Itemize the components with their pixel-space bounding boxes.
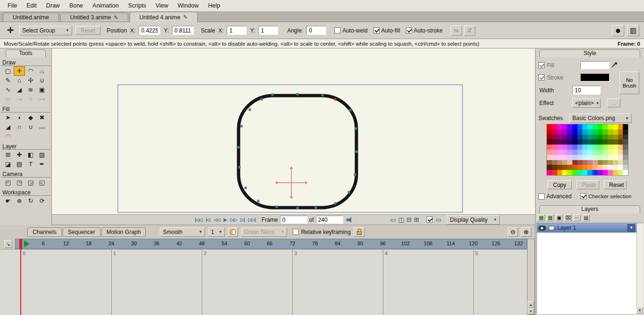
color-swatch[interactable] [557,155,562,160]
lock-keyframes-button[interactable] [354,227,365,237]
tool-add-point[interactable]: ✎ [2,76,14,85]
color-swatch[interactable] [582,139,587,145]
stroke-color-swatch[interactable] [580,73,610,81]
color-swatch[interactable] [562,170,567,175]
layer-visibility-icon[interactable] [538,226,546,231]
tool-scale-points[interactable]: ◠ [25,66,36,76]
three-view-button[interactable]: ⊟ [405,216,413,224]
color-swatch[interactable] [552,124,557,129]
color-swatch[interactable] [613,165,618,170]
tab-motion-graph[interactable]: Motion Graph [101,227,146,237]
vector-point[interactable] [334,98,337,101]
color-swatch[interactable] [587,139,593,145]
color-swatch[interactable] [587,160,593,165]
color-swatch[interactable] [582,160,587,165]
paste-style-button[interactable]: Paste [577,180,599,189]
tab-sequencer[interactable]: Sequencer [63,227,100,237]
color-swatch[interactable] [613,160,618,165]
color-swatch[interactable] [552,139,557,145]
delete-layer-button[interactable]: ⌧ [564,214,572,221]
color-swatch[interactable] [608,139,613,145]
onion-skins-dropdown[interactable]: Onion Skins ▼ [241,227,287,237]
timeline-scrollbar[interactable]: ▲ ▼ [527,239,535,315]
menu-item[interactable]: Animation [88,0,124,11]
color-swatch[interactable] [593,135,598,140]
vector-point[interactable] [249,109,251,111]
single-view-button[interactable]: ▭ [389,216,397,224]
select-group-dropdown[interactable]: Select Group ▼ [19,26,72,35]
tool-curvature[interactable]: ∿ [2,85,14,95]
tool-rotate-workspace[interactable]: ↻ [25,196,36,206]
timeline-tracks[interactable]: 012345 [0,249,527,315]
tool-rotate-layer[interactable]: ▨ [36,150,48,160]
color-swatch[interactable] [598,165,603,170]
playhead[interactable] [20,239,21,315]
color-swatch[interactable] [547,155,552,160]
color-swatch[interactable] [598,129,603,135]
menu-item[interactable]: File [3,0,22,11]
color-swatch[interactable] [618,155,623,160]
display-quality-dropdown[interactable]: Display Quality ▼ [447,215,500,225]
checker-selection-checkbox[interactable]: Checker selection [580,193,631,199]
color-swatch[interactable] [608,135,613,140]
color-swatch[interactable] [593,139,598,145]
tool-orbit-workspace[interactable]: ⟳ [36,196,48,206]
tool-stroke-width[interactable]: ▬ [36,122,48,132]
vector-point[interactable] [239,166,241,169]
color-swatch[interactable] [593,129,598,135]
color-swatch[interactable] [572,129,578,135]
color-swatch[interactable] [582,155,587,160]
color-swatch[interactable] [578,165,583,170]
position-y-input[interactable] [172,26,194,35]
tool-magnet[interactable]: ∪ [36,76,48,85]
color-swatch[interactable] [603,150,608,155]
color-swatch[interactable] [567,145,572,150]
color-swatch[interactable] [578,160,583,165]
color-swatch[interactable] [603,145,608,150]
tool-bind-points[interactable]: ⊶ [36,95,48,104]
layers-panel-header[interactable]: Layers [539,205,640,213]
color-swatch[interactable] [572,160,578,165]
color-swatch[interactable] [598,150,603,155]
color-swatch[interactable] [567,160,572,165]
position-x-input[interactable] [139,26,160,35]
color-swatch[interactable] [572,150,578,155]
color-swatch[interactable] [598,155,603,160]
color-swatch[interactable] [593,170,598,175]
color-swatch[interactable] [552,145,557,150]
color-swatch[interactable] [598,160,603,165]
play-button[interactable]: ▶ [222,216,228,224]
effect-dropdown[interactable]: <plain> ▼ [572,98,601,108]
copy-layer-button[interactable]: ▤ [582,214,590,221]
onion-skin-button[interactable] [228,227,238,237]
audio-button[interactable] [345,216,354,224]
color-swatch[interactable] [593,150,598,155]
tool-zoom-workspace[interactable]: ⊕ [14,196,25,206]
flip-vertical-button[interactable]: ⇵ [464,25,475,36]
color-swatch[interactable] [587,150,593,155]
color-swatch[interactable] [582,124,587,129]
color-swatch[interactable] [623,145,628,150]
vector-point[interactable] [276,206,278,208]
color-swatch[interactable] [623,150,628,155]
tool-wave[interactable]: ≈ [25,95,36,104]
color-swatch[interactable] [582,165,587,170]
color-swatch[interactable] [623,165,628,170]
color-swatch[interactable] [608,129,613,135]
vector-point[interactable] [261,98,263,101]
color-swatch[interactable] [618,165,623,170]
color-swatch[interactable] [613,150,618,155]
layer-row[interactable]: Layer 1 ▼ [537,223,636,233]
color-swatch[interactable] [552,155,557,160]
color-swatch[interactable] [547,150,552,155]
color-swatch[interactable] [547,124,552,129]
frame-input[interactable] [280,216,307,224]
color-swatch[interactable] [608,145,613,150]
color-swatch[interactable] [608,160,613,165]
color-swatch[interactable] [623,139,628,145]
fill-color-swatch[interactable] [580,61,610,69]
document-tab[interactable]: Untitled 4.anime ✎ [130,12,198,22]
tool-track-camera[interactable]: ◰ [2,178,14,187]
color-swatch[interactable] [587,145,593,150]
vector-point[interactable] [240,125,243,128]
